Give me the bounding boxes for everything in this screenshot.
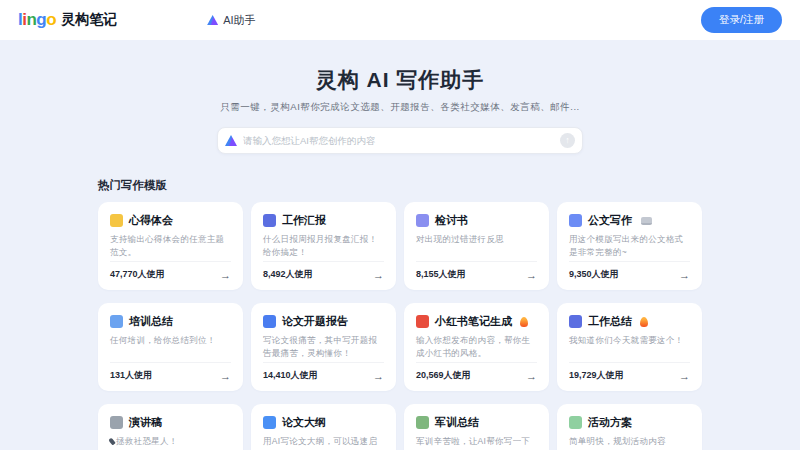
- logo-wordmark: lingo: [18, 10, 56, 30]
- card-header: 检讨书: [416, 213, 537, 228]
- card-header: 小红书笔记生成: [416, 314, 537, 329]
- arrow-right-icon[interactable]: →: [373, 370, 384, 382]
- template-card[interactable]: 工作总结 我知道你们今天就需要这个！ 19,729人使用 →: [557, 303, 702, 391]
- card-title: 培训总结: [129, 314, 173, 329]
- login-register-button[interactable]: 登录/注册: [701, 7, 782, 33]
- card-footer: 20,569人使用 →: [416, 362, 537, 382]
- usage-count: 20,569人使用: [416, 369, 471, 382]
- note-icon: [110, 214, 123, 227]
- card-title: 演讲稿: [129, 415, 162, 430]
- template-card[interactable]: 演讲稿 拯救社恐星人！ 11,613人使用 →: [98, 404, 243, 450]
- page-subtitle: 只需一键，灵构AI帮你完成论文选题、开题报告、各类社交媒体、发言稿、邮件...: [0, 101, 800, 114]
- card-footer: 14,410人使用 →: [263, 362, 384, 382]
- card-header: 军训总结: [416, 415, 537, 430]
- arrow-right-icon[interactable]: →: [679, 269, 690, 281]
- card-footer: 131人使用 →: [110, 362, 231, 382]
- card-title: 检讨书: [435, 213, 468, 228]
- usage-count: 14,410人使用: [263, 369, 318, 382]
- red-book-icon: [416, 315, 429, 328]
- nav-item-ai-assistant[interactable]: AI助手: [207, 13, 255, 28]
- helmet-icon: [416, 416, 429, 429]
- card-title: 公文写作: [588, 213, 632, 228]
- briefcase-icon: [263, 214, 276, 227]
- arrow-right-icon[interactable]: →: [220, 370, 231, 382]
- card-header: 心得体会: [110, 213, 231, 228]
- card-footer: 8,492人使用 →: [263, 261, 384, 281]
- template-card[interactable]: 论文大纲 用AI写论文大纲，可以迅速启发思路。 13,515人使用 →: [251, 404, 396, 450]
- nav-item-label: AI助手: [223, 13, 255, 28]
- card-title: 论文开题报告: [282, 314, 348, 329]
- page-title: 灵构 AI 写作助手: [0, 66, 800, 94]
- card-title: 心得体会: [129, 213, 173, 228]
- hero-section: 灵构 AI 写作助手 只需一键，灵构AI帮你完成论文选题、开题报告、各类社交媒体…: [0, 66, 800, 154]
- card-header: 工作汇报: [263, 213, 384, 228]
- template-card[interactable]: 论文开题报告 写论文很痛苦，其中写开题报告最痛苦，灵构懂你！ 14,410人使用…: [251, 303, 396, 391]
- badge-icon: [520, 317, 528, 327]
- arrow-right-icon[interactable]: →: [373, 269, 384, 281]
- card-header: 公文写作: [569, 213, 690, 228]
- usage-count: 8,492人使用: [263, 268, 313, 281]
- card-footer: 19,729人使用 →: [569, 362, 690, 382]
- template-card[interactable]: 检讨书 对出现的过错进行反思 8,155人使用 →: [404, 202, 549, 290]
- microphone-icon: [110, 416, 123, 429]
- prompt-input[interactable]: [243, 135, 560, 146]
- template-card[interactable]: 心得体会 支持输出心得体会的任意主题范文。 47,770人使用 →: [98, 202, 243, 290]
- template-card[interactable]: 活动方案 简单明快，规划活动内容 10,710人使用 →: [557, 404, 702, 450]
- usage-count: 9,350人使用: [569, 268, 619, 281]
- card-title: 军训总结: [435, 415, 479, 430]
- badge-icon: [640, 317, 648, 327]
- card-description: 拯救社恐星人！: [110, 435, 231, 448]
- logo-letter: g: [36, 10, 46, 29]
- brand-logo[interactable]: lingo 灵构笔记: [18, 10, 117, 30]
- card-footer: 8,155人使用 →: [416, 261, 537, 281]
- card-title: 活动方案: [588, 415, 632, 430]
- document-icon: [263, 315, 276, 328]
- card-description: 用这个模版写出来的公文格式是非常完整的~: [569, 233, 690, 259]
- ai-triangle-icon: [225, 135, 237, 146]
- template-card[interactable]: 工作汇报 什么日报周报月报复盘汇报！给你搞定！ 8,492人使用 →: [251, 202, 396, 290]
- hot-templates-section: 热门写作模版 心得体会 支持输出心得体会的任意主题范文。 47,770人使用 →…: [98, 178, 702, 450]
- usage-count: 19,729人使用: [569, 369, 624, 382]
- card-footer: 47,770人使用 →: [110, 261, 231, 281]
- arrow-right-icon[interactable]: →: [679, 370, 690, 382]
- logo-letter: o: [46, 10, 56, 29]
- card-title: 小红书笔记生成: [435, 314, 512, 329]
- arrow-right-icon[interactable]: →: [526, 269, 537, 281]
- card-footer: 9,350人使用 →: [569, 261, 690, 281]
- card-description: 输入你想发布的内容，帮你生成小红书的风格。: [416, 334, 537, 360]
- card-description: 军训辛苦啦，让AI帮你写一下军训总结吧！: [416, 435, 537, 450]
- card-description: 对出现的过错进行反思: [416, 233, 537, 246]
- document-icon: [569, 214, 582, 227]
- card-header: 工作总结: [569, 314, 690, 329]
- template-grid: 心得体会 支持输出心得体会的任意主题范文。 47,770人使用 → 工作汇报 什…: [98, 202, 702, 450]
- card-description: 支持输出心得体会的任意主题范文。: [110, 233, 231, 259]
- desc-icon: [108, 438, 116, 446]
- template-card[interactable]: 小红书笔记生成 输入你想发布的内容，帮你生成小红书的风格。 20,569人使用 …: [404, 303, 549, 391]
- card-description: 用AI写论文大纲，可以迅速启发思路。: [263, 435, 384, 450]
- megaphone-icon: [569, 416, 582, 429]
- pen-icon: [416, 214, 429, 227]
- template-card[interactable]: 公文写作 用这个模版写出来的公文格式是非常完整的~ 9,350人使用 →: [557, 202, 702, 290]
- usage-count: 131人使用: [110, 369, 152, 382]
- template-card[interactable]: 培训总结 任何培训，给你总结到位！ 131人使用 →: [98, 303, 243, 391]
- arrow-right-icon[interactable]: →: [220, 269, 231, 281]
- card-header: 培训总结: [110, 314, 231, 329]
- card-header: 活动方案: [569, 415, 690, 430]
- card-description: 任何培训，给你总结到位！: [110, 334, 231, 347]
- briefcase-icon: [569, 315, 582, 328]
- card-description: 简单明快，规划活动内容: [569, 435, 690, 448]
- card-description: 写论文很痛苦，其中写开题报告最痛苦，灵构懂你！: [263, 334, 384, 360]
- send-button[interactable]: ↑: [560, 133, 575, 148]
- document-icon: [263, 416, 276, 429]
- arrow-right-icon[interactable]: →: [526, 370, 537, 382]
- template-card[interactable]: 军训总结 军训辛苦啦，让AI帮你写一下军训总结吧！ 4,517人使用 →: [404, 404, 549, 450]
- bus-icon: [110, 315, 123, 328]
- brand-name: 灵构笔记: [61, 11, 117, 29]
- prompt-input-box[interactable]: ↑: [217, 127, 583, 154]
- card-title: 工作总结: [588, 314, 632, 329]
- logo-letter: n: [26, 10, 36, 29]
- ai-triangle-icon: [207, 15, 218, 25]
- usage-count: 8,155人使用: [416, 268, 466, 281]
- card-header: 论文开题报告: [263, 314, 384, 329]
- badge-icon: [641, 217, 652, 225]
